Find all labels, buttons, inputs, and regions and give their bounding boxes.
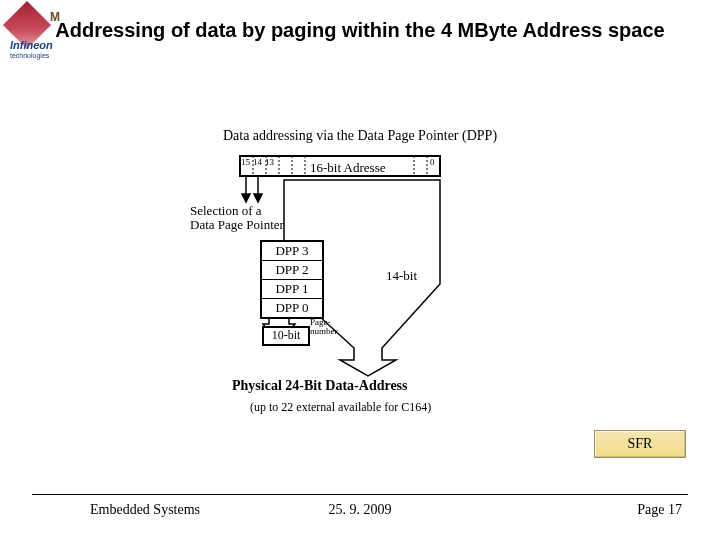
bit-label-0: 0 — [430, 157, 435, 167]
bit-label-14: 14 — [253, 157, 262, 167]
ten-bit-box: 10-bit — [262, 326, 310, 346]
footer-center: 25. 9. 2009 — [0, 502, 720, 518]
page-number-label: Page- number — [310, 318, 338, 336]
dpp-table: DPP 3 DPP 2 DPP 1 DPP 0 — [260, 240, 324, 319]
sixteen-bit-label: 16-bit Adresse — [310, 160, 385, 176]
logo-text: Infineon technologies — [10, 40, 53, 60]
footer-divider — [32, 494, 688, 495]
page-subtitle: Data addressing via the Data Page Pointe… — [0, 128, 720, 144]
dpp-row-3: DPP 3 — [262, 242, 322, 261]
dpp-row-1: DPP 1 — [262, 280, 322, 299]
bit-label-15: 15 — [241, 157, 250, 167]
page-title: Addressing of data by paging within the … — [0, 18, 720, 42]
physical-address-label: Physical 24-Bit Data-Address — [232, 378, 408, 394]
fourteen-bit-label: 14-bit — [386, 268, 417, 284]
selection-label: Selection of a Data Page Pointer — [190, 204, 284, 231]
dpp-row-2: DPP 2 — [262, 261, 322, 280]
svg-marker-11 — [254, 194, 262, 202]
dpp-row-0: DPP 0 — [262, 299, 322, 317]
sfr-button[interactable]: SFR — [594, 430, 686, 458]
physical-address-note: (up to 22 external available for C164) — [250, 400, 431, 415]
svg-marker-9 — [242, 194, 250, 202]
bit-label-13: 13 — [265, 157, 274, 167]
footer-right: Page 17 — [637, 502, 682, 518]
